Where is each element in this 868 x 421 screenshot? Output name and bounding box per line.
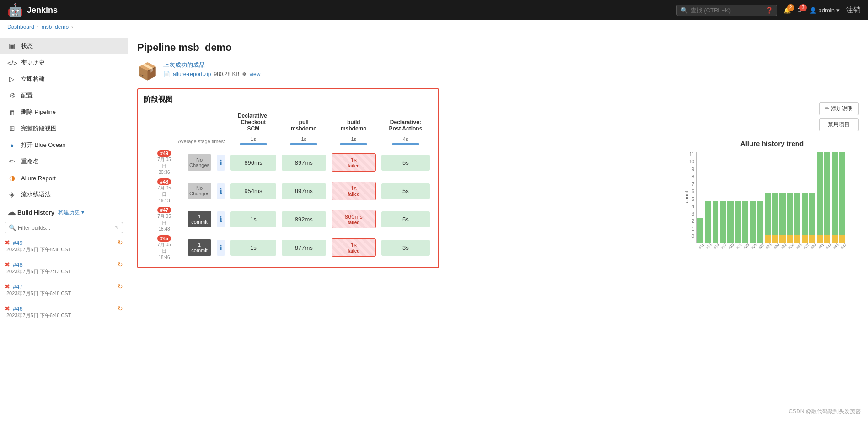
bar-green [772,193,778,235]
build-num-49[interactable]: #49 [13,239,23,246]
sidebar-item-delete[interactable]: 🗑 删除 Pipeline [0,104,128,120]
build-fail-icon-46: ✖ [5,305,10,312]
x-label: #17 [720,243,728,250]
sidebar-item-pipeline[interactable]: ◈ 流水线语法 [0,186,128,203]
page-title: Pipeline msb_demo [137,42,859,54]
artifact-view-link[interactable]: view [249,71,260,77]
delete-icon: 🗑 [7,108,16,116]
artifact-title[interactable]: 上次成功的成品 [163,61,260,69]
avg-pull: 1s [279,135,329,148]
breadcrumb-dashboard[interactable]: Dashboard [7,24,34,30]
security-icon-wrapper[interactable]: 🛡 3 [797,7,803,14]
search-input[interactable] [691,7,760,14]
bar-green [765,193,771,235]
sidebar-item-config[interactable]: ⚙ 配置 [0,87,128,104]
bar-green [794,193,800,235]
no-changes-48: NoChanges [188,183,211,199]
build-reload-46[interactable]: ↻ [118,305,123,312]
x-label: #39 [810,243,817,250]
sidebar-item-changes[interactable]: </> 变更历史 [0,54,128,71]
build-num-48[interactable]: #48 [13,261,23,268]
bar-green [757,201,763,243]
stage-view-container: 阶段视图 Declarative:CheckoutSCM pullmsbdemo… [137,88,439,268]
bar-yellow [817,235,823,243]
stage-post-48[interactable]: 5s [379,177,433,205]
artifact-file-link[interactable]: allure-report.zip [173,71,211,77]
sidebar-item-rename[interactable]: ✏ 重命名 [0,153,128,170]
search-help-icon: ❓ [766,7,773,14]
no-changes-49: NoChanges [188,154,211,171]
disable-button[interactable]: 禁用项目 [819,118,859,131]
stage-post-47[interactable]: 5s [379,205,433,233]
stage-checkout-46[interactable]: 1s [228,233,279,262]
sidebar-item-build[interactable]: ▷ 立即构建 [0,71,128,87]
x-label: #34 [788,243,795,250]
watermark: CSDN @敲代码敲到头发茂密 [788,408,861,416]
build-reload-47[interactable]: ↻ [118,283,123,290]
build-num-47[interactable]: #47 [13,283,23,290]
jenkins-logo[interactable]: 🤖 Jenkins [7,3,58,18]
build-num-46[interactable]: #46 [13,305,23,312]
user-menu[interactable]: 👤 admin ▾ [809,7,840,14]
bar-group [735,152,741,243]
filter-box[interactable]: 🔍 ✎ [5,222,123,233]
build-reload-48[interactable]: ↻ [118,261,123,268]
x-label: #27 [758,243,765,250]
stage-pull-47[interactable]: 892ms [279,205,329,233]
artifact-info: 上次成功的成品 📄 allure-report.zip 980.28 KB ❄ … [163,61,260,77]
stage-post-49[interactable]: 5s [379,148,433,177]
bar-yellow [794,235,800,243]
bar-green [832,152,838,235]
logout-button[interactable]: 注销 [846,5,861,15]
stage-checkout-48[interactable]: 954ms [228,177,279,205]
filter-input[interactable] [18,225,113,231]
build-date-49: 2023年7月5日 下午8:36 CST [6,246,123,253]
avg-post: 4s [379,135,433,148]
build-history-header: ☁ Build History 构建历史 ▾ [0,203,128,220]
stage-post-46[interactable]: 3s [379,233,433,262]
sidebar-label-config: 配置 [21,92,33,100]
bar-group [705,152,711,243]
allure-section: Allure history trend 11 10 9 8 7 6 5 4 3… [685,140,859,249]
top-actions: ✏ 添加说明 禁用项目 [819,102,859,131]
avg-build: 1s [329,135,379,148]
build-history-zh: 构建历史 [58,209,80,216]
changes-cell-46: 1commit [185,233,214,262]
artifact-section: 📦 上次成功的成品 📄 allure-report.zip 980.28 KB … [137,61,859,81]
stage-build-49[interactable]: 1sfailed [329,148,379,177]
build-badge-49: #49 [157,150,171,157]
breadcrumb-msb-demo[interactable]: msb_demo [42,24,69,30]
search-box[interactable]: 🔍 ❓ [676,5,777,16]
stage-checkout-47[interactable]: 1s [228,205,279,233]
build-history-link[interactable]: 构建历史 ▾ [58,209,84,216]
sidebar: ▣ 状态 </> 变更历史 ▷ 立即构建 ⚙ 配置 🗑 删除 Pipeline … [0,34,128,421]
stage-build-46[interactable]: 1sfailed [329,233,379,262]
stage-table: Declarative:CheckoutSCM pullmsbdemo buil… [144,110,433,262]
main-layout: ▣ 状态 </> 变更历史 ▷ 立即构建 ⚙ 配置 🗑 删除 Pipeline … [0,34,868,421]
x-label: #15 [713,243,720,250]
notification-bell[interactable]: 🔔 2 [783,7,791,14]
x-label: #30 [773,243,780,250]
col-checkout: Declarative:CheckoutSCM [228,110,279,135]
stage-pull-46[interactable]: 877ms [279,233,329,262]
sidebar-item-status[interactable]: ▣ 状态 [0,38,128,54]
stage-build-48[interactable]: 1sfailed [329,177,379,205]
artifact-size: 980.28 KB [214,71,239,77]
changes-cell-47: 1commit [185,205,214,233]
sidebar-item-fullstage[interactable]: ⊞ 完整阶段视图 [0,120,128,137]
add-desc-button[interactable]: ✏ 添加说明 [819,102,859,115]
build-reload-49[interactable]: ↻ [118,239,123,246]
icon-cell-49: ℹ [214,148,228,177]
stage-pull-48[interactable]: 897ms [279,177,329,205]
x-label: #21 [735,243,743,250]
sidebar-label-delete: 删除 Pipeline [21,108,56,116]
stage-pull-49[interactable]: 897ms [279,148,329,177]
sidebar-item-allure[interactable]: ◑ Allure Report [0,170,128,186]
bar-group [787,152,793,243]
stage-checkout-49[interactable]: 896ms [228,148,279,177]
build-badge-47: #47 [157,207,171,213]
sidebar-item-blueocean[interactable]: ● 打开 Blue Ocean [0,137,128,153]
stage-view-title: 阶段视图 [144,95,433,104]
stage-build-47[interactable]: 860msfailed [329,205,379,233]
bar-group [757,152,763,243]
